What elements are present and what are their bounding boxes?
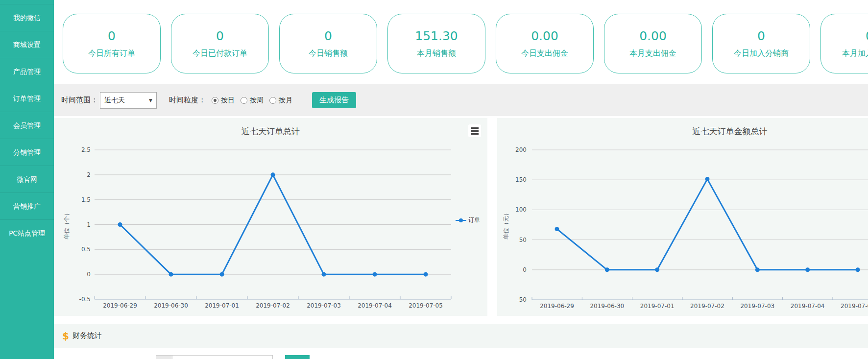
svg-text:150: 150 [515, 176, 527, 183]
radio-label: 按周 [250, 96, 264, 105]
stat-card-1: 0今日已付款订单 [171, 14, 269, 73]
legend-item-orders[interactable]: 订单 [456, 216, 480, 224]
stat-cards-row: 0今日所有订单0今日已付款订单0今日销售额151.30本月销售额0.00今日支出… [63, 14, 868, 73]
stat-card-0: 0今日所有订单 [63, 14, 161, 73]
stat-label: 本月加入分销商 [842, 48, 868, 59]
svg-text:-50: -50 [517, 296, 527, 303]
sidebar-item-7[interactable]: 营销推广 [0, 192, 54, 219]
sidebar-item-3[interactable]: 订单管理 [0, 85, 54, 112]
stat-value: 0 [216, 29, 224, 43]
stat-card-4: 0.00今日支出佣金 [496, 14, 594, 73]
main-content: 0今日所有订单0今日已付款订单0今日销售额151.30本月销售额0.00今日支出… [54, 0, 868, 359]
stat-label: 今日销售额 [309, 48, 348, 59]
dollar-icon: $ [62, 330, 69, 342]
time-range-label: 时间范围： [61, 96, 98, 105]
finance-section-title: 财务统计 [72, 331, 102, 340]
svg-text:2019-06-29: 2019-06-29 [103, 302, 137, 309]
svg-text:0.5: 0.5 [81, 246, 91, 253]
svg-text:0: 0 [87, 271, 91, 278]
stat-value: 0.00 [639, 29, 667, 43]
input-addon-box [156, 355, 172, 359]
radio-unchecked-icon [269, 97, 276, 104]
stat-value: 0 [757, 29, 765, 43]
svg-text:2019-07-01: 2019-07-01 [640, 303, 675, 310]
svg-text:2019-07-02: 2019-07-02 [256, 302, 290, 309]
sidebar-item-1[interactable]: 商城设置 [0, 31, 54, 58]
stat-card-5: 0.00本月支出佣金 [604, 14, 702, 73]
radio-label: 按月 [279, 96, 292, 105]
time-range-selected-value: 近七天 [104, 96, 125, 105]
svg-text:200: 200 [515, 146, 527, 153]
granularity-radio-set: 按日按周按月 [206, 96, 292, 105]
svg-text:2: 2 [87, 171, 91, 178]
stat-value: 0 [108, 29, 116, 43]
sidebar-item-6[interactable]: 微官网 [0, 166, 54, 192]
time-range-select[interactable]: 近七天 ▼ [100, 92, 157, 109]
orders-line-chart: 2.521.510.50-0.52019-06-292019-06-302019… [54, 118, 487, 316]
svg-text:2019-07-01: 2019-07-01 [205, 302, 239, 309]
order-amount-line-chart: 200150100500-502019-06-292019-06-302019-… [497, 118, 868, 316]
stat-label: 今日支出佣金 [521, 48, 568, 59]
stat-value: 0.00 [531, 29, 558, 43]
sidebar: 我的微信商城设置产品管理订单管理会员管理分销管理微官网营销推广PC站点管理 [0, 0, 54, 359]
radio-checked-icon [212, 97, 218, 104]
svg-text:2019-07-05: 2019-07-05 [409, 302, 443, 309]
radio-label: 按日 [221, 96, 235, 105]
stat-label: 本月支出佣金 [629, 48, 676, 59]
stat-value: 151.30 [415, 29, 458, 43]
svg-text:单位（元）: 单位（元） [503, 210, 509, 239]
svg-text:单位（个）: 单位（个） [63, 210, 70, 239]
radio-unchecked-icon [241, 97, 247, 104]
svg-text:100: 100 [515, 206, 527, 213]
sidebar-item-4[interactable]: 会员管理 [0, 112, 54, 139]
stat-label: 本月销售额 [417, 48, 456, 59]
charts-row: 近七天订单总计 2.521.510.50-0.52019-06-292019-0… [54, 118, 868, 316]
report-filter-bar: 时间范围： 近七天 ▼ 时间粒度： 按日按周按月 生成报告 [54, 84, 868, 116]
stat-card-3: 151.30本月销售额 [387, 14, 485, 73]
svg-text:-0.5: -0.5 [79, 296, 91, 303]
svg-text:1.5: 1.5 [81, 196, 91, 203]
svg-text:0: 0 [523, 266, 527, 273]
granularity-radio-1[interactable]: 按周 [241, 96, 264, 105]
svg-text:2019-06-30: 2019-06-30 [154, 302, 188, 309]
stat-label: 今日加入分销商 [734, 48, 789, 59]
stat-card-2: 0今日销售额 [279, 14, 377, 73]
stat-card-7: 0本月加入分销商 [820, 14, 868, 73]
stat-card-6: 0今日加入分销商 [712, 14, 810, 73]
sidebar-item-2[interactable]: 产品管理 [0, 58, 54, 85]
svg-text:2019-07-02: 2019-07-02 [690, 303, 724, 310]
svg-text:1: 1 [87, 221, 91, 228]
sidebar-item-5[interactable]: 分销管理 [0, 139, 54, 166]
stat-label: 今日所有订单 [88, 48, 135, 59]
svg-text:2019-06-29: 2019-06-29 [540, 303, 574, 310]
sidebar-item-0[interactable]: 我的微信 [0, 4, 54, 31]
svg-text:2.5: 2.5 [81, 146, 91, 153]
finance-submit-button[interactable] [285, 355, 310, 359]
svg-text:2019-07-05: 2019-07-05 [841, 303, 868, 310]
svg-text:2019-07-04: 2019-07-04 [358, 302, 392, 309]
stat-value: 0 [324, 29, 332, 43]
orders-chart-panel: 近七天订单总计 2.521.510.50-0.52019-06-292019-0… [54, 118, 487, 316]
granularity-radio-2[interactable]: 按月 [269, 96, 292, 105]
svg-text:2019-06-30: 2019-06-30 [590, 303, 624, 310]
sidebar-item-8[interactable]: PC站点管理 [0, 219, 54, 246]
stat-value: 0 [866, 29, 868, 43]
granularity-label: 时间粒度： [169, 96, 206, 105]
svg-text:2019-07-03: 2019-07-03 [307, 302, 341, 309]
sidebar-menu: 我的微信商城设置产品管理订单管理会员管理分销管理微官网营销推广PC站点管理 [0, 4, 54, 246]
chevron-down-icon: ▼ [149, 98, 152, 103]
stat-label: 今日已付款订单 [193, 48, 247, 59]
finance-section-header: $ 财务统计 [54, 324, 868, 348]
finance-text-input[interactable] [172, 355, 273, 359]
granularity-radio-0[interactable]: 按日 [212, 96, 235, 105]
legend-label: 订单 [468, 216, 480, 224]
svg-text:2019-07-04: 2019-07-04 [791, 303, 825, 310]
generate-report-button[interactable]: 生成报告 [312, 92, 356, 108]
order-amount-chart-panel: 近七天订单金额总计 200150100500-502019-06-292019-… [497, 118, 868, 316]
svg-text:50: 50 [519, 237, 527, 243]
svg-text:2019-07-03: 2019-07-03 [740, 303, 774, 310]
legend-line-marker [456, 218, 466, 223]
